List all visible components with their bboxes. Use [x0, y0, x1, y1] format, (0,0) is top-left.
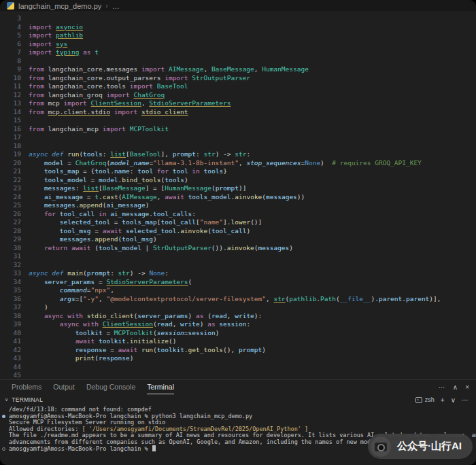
code-line[interactable]: 44 — [0, 363, 476, 372]
panel-tab-problems[interactable]: Problems — [12, 380, 41, 394]
line-number[interactable]: 44 — [0, 363, 29, 372]
breadcrumb-ellipsis[interactable]: … — [112, 2, 120, 10]
command-decoration-icon[interactable] — [2, 415, 5, 418]
code-line[interactable]: 3 — [0, 14, 476, 23]
code-line[interactable]: 38 async with stdio_client(server_params… — [0, 312, 476, 321]
code-line[interactable]: 19async def run(tools: list[BaseTool], p… — [0, 150, 476, 159]
line-number[interactable]: 42 — [0, 346, 29, 355]
line-number[interactable]: 20 — [0, 159, 29, 168]
line-number[interactable]: 10 — [0, 74, 29, 83]
code-line[interactable]: 20 model = ChatGroq(model_name="llama-3.… — [0, 159, 476, 168]
code-line[interactable]: 26 for tool_call in ai_message.tool_call… — [0, 210, 476, 219]
code-line[interactable]: 9from langchain_core.messages import AIM… — [0, 65, 476, 74]
line-number[interactable]: 13 — [0, 99, 29, 108]
line-number[interactable]: 19 — [0, 150, 29, 159]
terminal-instance-zsh[interactable]: > zsh — [415, 396, 435, 403]
code-line[interactable]: 32 — [0, 261, 476, 270]
code-line[interactable]: 31 — [0, 252, 476, 261]
code-line[interactable]: 23 messages: list[BaseMessage] = [HumanM… — [0, 184, 476, 193]
line-number[interactable]: 39 — [0, 320, 29, 329]
line-number[interactable]: 24 — [0, 193, 29, 202]
code-line[interactable]: 22 tools_model = model.bind_tools(tools) — [0, 176, 476, 185]
command-decoration-icon[interactable] — [2, 447, 5, 451]
line-number[interactable]: 30 — [0, 244, 29, 253]
line-number[interactable]: 11 — [0, 82, 29, 91]
code-line[interactable]: 16from langchain_mcp import MCPToolkit — [0, 125, 476, 134]
line-number[interactable]: 5 — [0, 31, 29, 40]
chevron-down-icon[interactable]: ∨ — [5, 397, 8, 402]
code-line[interactable]: 37 ) — [0, 303, 476, 312]
line-number[interactable]: 25 — [0, 201, 29, 210]
line-number[interactable]: 3 — [0, 14, 29, 23]
code-line[interactable]: 28 tool_msg = await selected_tool.ainvok… — [0, 227, 476, 236]
line-number[interactable]: 37 — [0, 303, 29, 312]
panel-tab-output[interactable]: Output — [53, 380, 75, 394]
line-number[interactable]: 40 — [0, 329, 29, 338]
line-number[interactable]: 12 — [0, 91, 29, 100]
panel-tab-debug-console[interactable]: Debug Console — [86, 380, 135, 394]
code-line[interactable]: 4import asyncio — [0, 23, 476, 32]
code-line[interactable]: 17 — [0, 133, 476, 142]
line-number[interactable]: 8 — [0, 57, 29, 66]
code-line[interactable]: 45 — [0, 371, 476, 379]
code-line[interactable]: 36 args=["-y", "@modelcontextprotocol/se… — [0, 295, 476, 304]
line-number[interactable]: 23 — [0, 184, 29, 193]
code-line[interactable]: 30 return await (tools_model | StrOutput… — [0, 244, 476, 253]
line-number[interactable]: 27 — [0, 218, 29, 227]
code-line[interactable]: 41 await toolkit.initialize() — [0, 337, 476, 346]
line-number[interactable]: 32 — [0, 261, 29, 270]
code-line[interactable]: 21 tools_map = {tool.name: tool for tool… — [0, 167, 476, 176]
line-number[interactable]: 21 — [0, 167, 29, 176]
line-number[interactable]: 29 — [0, 235, 29, 244]
maximize-panel-icon[interactable]: ∧ — [453, 383, 458, 391]
line-number[interactable]: 16 — [0, 125, 29, 134]
code-line[interactable]: 35 command="npx", — [0, 286, 476, 295]
line-number[interactable]: 7 — [0, 48, 29, 57]
line-number[interactable]: 35 — [0, 286, 29, 295]
line-number[interactable]: 31 — [0, 252, 29, 261]
line-number[interactable]: 38 — [0, 312, 29, 321]
line-number[interactable]: 17 — [0, 133, 29, 142]
code-line[interactable]: 33async def main(prompt: str) -> None: — [0, 269, 476, 278]
line-number[interactable]: 28 — [0, 227, 29, 236]
code-line[interactable]: 29 messages.append(tool_msg) — [0, 235, 476, 244]
code-line[interactable]: 34 server_params = StdioServerParameters… — [0, 278, 476, 287]
code-line[interactable]: 24 ai_message = t.cast(AIMessage, await … — [0, 193, 476, 202]
line-number[interactable]: 4 — [0, 23, 29, 32]
line-number[interactable]: 41 — [0, 337, 29, 346]
line-number[interactable]: 6 — [0, 40, 29, 49]
terminal-more-actions-icon[interactable]: ⋯ — [462, 396, 469, 404]
new-terminal-button[interactable]: + — [441, 396, 445, 404]
line-number[interactable]: 14 — [0, 108, 29, 117]
line-number[interactable]: 34 — [0, 278, 29, 287]
line-number[interactable]: 9 — [0, 65, 29, 74]
line-number[interactable]: 15 — [0, 116, 29, 125]
line-number[interactable]: 36 — [0, 295, 29, 304]
code-line[interactable]: 42 response = await run(toolkit.get_tool… — [0, 346, 476, 355]
panel-tab-terminal[interactable]: Terminal — [147, 380, 174, 394]
code-line[interactable]: 8 — [0, 57, 476, 66]
code-line[interactable]: 7import typing as t — [0, 48, 476, 57]
more-actions-icon[interactable]: ⋯ — [439, 383, 445, 391]
line-number[interactable]: 43 — [0, 354, 29, 363]
code-line[interactable]: 43 print(response) — [0, 354, 476, 363]
terminal-profile-dropdown-icon[interactable]: ∨ — [451, 396, 456, 404]
code-line[interactable]: 40 toolkit = MCPToolkit(session=session) — [0, 329, 476, 338]
code-line[interactable]: 15 — [0, 116, 476, 125]
code-line[interactable]: 18 — [0, 142, 476, 151]
code-line[interactable]: 5import pathlib — [0, 31, 476, 40]
code-line[interactable]: 39 async with ClientSession(read, write)… — [0, 320, 476, 329]
code-line[interactable]: 27 selected_tool = tools_map[tool_call["… — [0, 218, 476, 227]
line-number[interactable]: 33 — [0, 269, 29, 278]
code-line[interactable]: 10from langchain_core.output_parsers imp… — [0, 74, 476, 83]
close-panel-icon[interactable]: × — [465, 383, 469, 391]
line-number[interactable]: 22 — [0, 176, 29, 185]
code-line[interactable]: 13from mcp import ClientSession, StdioSe… — [0, 99, 476, 108]
code-line[interactable]: 12from langchain_groq import ChatGroq — [0, 91, 476, 100]
code-line[interactable]: 11from langchain_core.tools import BaseT… — [0, 82, 476, 91]
code-line[interactable]: 14from mcp.client.stdio import stdio_cli… — [0, 108, 476, 117]
line-number[interactable]: 26 — [0, 210, 29, 219]
code-line[interactable]: 25 messages.append(ai_message) — [0, 201, 476, 210]
line-number[interactable]: 18 — [0, 142, 29, 151]
breadcrumb-file[interactable]: langchain_mcp_demo.py — [18, 2, 101, 10]
